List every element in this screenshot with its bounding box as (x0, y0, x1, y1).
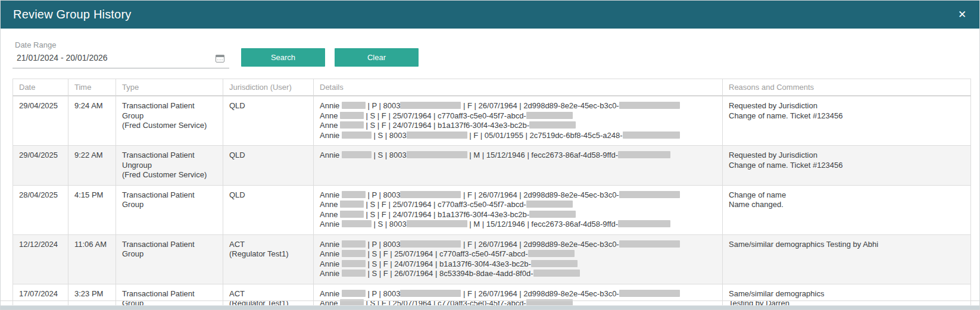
reasons-line: Requested by Jurisdiction (729, 101, 965, 111)
redacted-text (531, 260, 578, 267)
column-header-date: Date (13, 79, 68, 96)
page-bottom-strip (1, 305, 979, 309)
reasons-line: Change of name. Ticket #123456 (729, 111, 965, 121)
cell-time: 9:22 AM (68, 146, 116, 186)
table-row: 28/04/2025 4:15 PM Transactional Patient… (13, 185, 971, 234)
jurisdiction-line: QLD (229, 190, 307, 201)
redacted-text (407, 151, 467, 158)
reasons-line: Requested by Jurisdiction (729, 151, 965, 161)
type-line: Transactional Patient Group (122, 240, 217, 259)
jurisdiction-line: ACT (229, 240, 307, 250)
redacted-text (340, 121, 364, 129)
history-table: DateTimeTypeJurisdiction (User)DetailsRe… (13, 79, 971, 306)
redacted-text (529, 121, 576, 129)
cell-jurisdiction: QLD (223, 185, 314, 234)
table-row: 12/12/2024 11:06 AM Transactional Patien… (13, 234, 971, 284)
cell-details: Annie | P | 8003 | F | 26/07/1964 | 2d99… (314, 96, 723, 146)
redacted-text (340, 211, 364, 218)
cell-time: 9:24 AM (68, 96, 116, 146)
cell-reasons: Same/similar demographics Testing by Abh… (723, 234, 971, 284)
redacted-text (619, 191, 680, 198)
type-line: Transactional Patient Group (122, 289, 217, 306)
reasons-line: Change of name. Ticket #123456 (729, 161, 965, 171)
redacted-text (528, 250, 575, 257)
redacted-text (342, 220, 372, 227)
cell-time: 3:23 PM (68, 284, 116, 306)
table-row: 29/04/2025 9:22 AM Transactional Patient… (13, 146, 971, 186)
redacted-text (342, 191, 366, 198)
redacted-text (342, 250, 366, 257)
details-line: Annie | P | 8003 | F | 26/07/1964 | 2d99… (320, 101, 716, 111)
details-line: Annie | P | 8003 | F | 26/07/1964 | 2d99… (320, 289, 716, 299)
column-header-reasons-and-comments: Reasons and Comments (723, 79, 971, 96)
redacted-text (342, 260, 366, 267)
cell-details: Annie | P | 8003 | F | 26/07/1964 | 2d99… (314, 234, 723, 284)
type-line: Transactional Patient Ungroup (122, 151, 217, 170)
cell-jurisdiction: QLD (223, 146, 314, 186)
history-table-head: DateTimeTypeJurisdiction (User)DetailsRe… (13, 79, 971, 96)
details-line: Annie | S | F | 25/07/1964 | c770aff3-c5… (320, 249, 716, 259)
redacted-text (618, 151, 670, 158)
cell-details: Annie | P | 8003 | F | 26/07/1964 | 2d99… (314, 185, 723, 234)
redacted-text (342, 102, 366, 109)
details-line: Annie | S | 8003 | F | 05/01/1955 | 2c75… (320, 131, 716, 141)
jurisdiction-line: ACT (229, 289, 307, 299)
reasons-line: Same/similar demographics Testing by Abh… (729, 240, 965, 250)
header-row: DateTimeTypeJurisdiction (User)DetailsRe… (13, 79, 971, 96)
cell-date: 12/12/2024 (13, 234, 68, 284)
cell-time: 4:15 PM (68, 185, 116, 234)
cell-type: Transactional Patient Group(Fred Custome… (116, 96, 223, 146)
cell-jurisdiction: ACT(Regulator Test1) (223, 234, 314, 284)
date-range-label: Date Range (15, 40, 56, 49)
cell-reasons: Same/similar demographicsTesting by Darr… (723, 284, 971, 306)
redacted-text (342, 290, 366, 297)
column-header-jurisdiction-user: Jurisdiction (User) (223, 79, 314, 96)
history-table-wrap: DateTimeTypeJurisdiction (User)DetailsRe… (13, 79, 970, 306)
reasons-line: Name changed. (729, 200, 965, 210)
details-line: Annie | S | 8003 | M | 15/12/1946 | fecc… (320, 151, 716, 161)
type-line: (Fred Customer Service) (122, 121, 217, 131)
calendar-icon[interactable] (216, 55, 224, 62)
redacted-text (340, 112, 364, 119)
cell-date: 29/04/2025 (13, 96, 68, 146)
details-line: Anne | S | F | 24/07/1964 | b1a137f6-30f… (320, 210, 716, 220)
details-line: Anne | S | F | 25/07/1964 | c770aff3-c5e… (320, 200, 716, 210)
column-header-type: Type (116, 79, 223, 96)
details-line: Annie | S | 8003 | M | 15/12/1946 | fecc… (320, 220, 716, 230)
search-button[interactable]: Search (241, 48, 325, 67)
close-icon[interactable]: ✕ (954, 1, 970, 29)
reasons-line: Same/similar demographics (729, 289, 965, 299)
redacted-text (529, 211, 576, 218)
details-line: Annie | P | 8003 | F | 26/07/1964 | 2d99… (320, 190, 716, 201)
redacted-text (342, 240, 366, 248)
cell-type: Transactional Patient Group (116, 185, 223, 234)
redacted-text (619, 240, 680, 248)
details-line: Annie | P | 8003 | F | 26/07/1964 | 2d99… (320, 240, 716, 250)
modal-title: Review Group History (1, 1, 979, 29)
cell-type: Transactional Patient Ungroup(Fred Custo… (116, 146, 223, 186)
cell-date: 28/04/2025 (13, 185, 68, 234)
redacted-text (400, 290, 461, 297)
type-line: Transactional Patient Group (122, 190, 217, 210)
details-line: Annie | S | F | 24/07/1964 | b1a137f6-30… (320, 259, 716, 270)
date-range-input[interactable] (13, 50, 209, 62)
review-group-history-modal: Review Group History ✕ Date Range Search… (0, 0, 980, 310)
redacted-text (618, 220, 670, 227)
redacted-text (400, 191, 461, 198)
clear-button[interactable]: Clear (335, 48, 419, 67)
redacted-text (342, 131, 372, 139)
jurisdiction-line: QLD (229, 151, 307, 161)
redacted-text (342, 151, 372, 158)
type-line: (Fred Customer Service) (122, 170, 217, 180)
cell-reasons: Requested by JurisdictionChange of name.… (723, 146, 971, 186)
redacted-text (407, 131, 467, 139)
redacted-text (619, 102, 680, 109)
redacted-text (619, 290, 680, 297)
reasons-line: Change of name (729, 190, 965, 201)
cell-type: Transactional Patient Group (116, 234, 223, 284)
column-header-time: Time (68, 79, 116, 96)
cell-time: 11:06 AM (68, 234, 116, 284)
cell-jurisdiction: QLD (223, 96, 314, 146)
table-row: 17/07/2024 3:23 PM Transactional Patient… (13, 284, 971, 306)
type-line: Transactional Patient Group (122, 101, 217, 121)
